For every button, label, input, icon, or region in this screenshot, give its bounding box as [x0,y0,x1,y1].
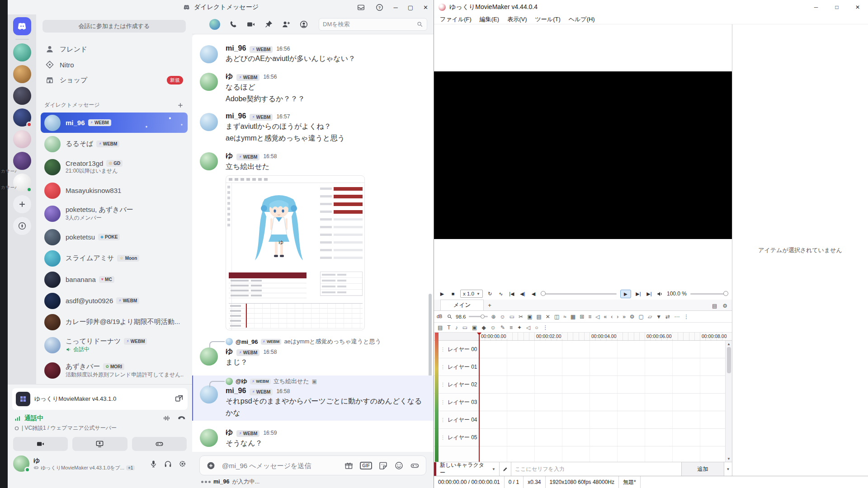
delete-icon[interactable]: ✕ [546,314,550,319]
soundboard-icon[interactable] [162,414,171,422]
message[interactable]: @mi_96⚡WEBMaeはymmと感覚めっちゃ違うと思うゆ⚡WEBM16:58… [192,338,434,368]
screenshare-button[interactable] [72,437,127,451]
user-name[interactable]: ゆ [33,457,40,464]
server-server-1[interactable] [13,43,31,61]
more-icon[interactable]: ⋯ [674,314,679,319]
dm-item[interactable]: poketetsu, あずきバー3人のメンバー [41,202,188,226]
attach-plus-icon[interactable] [206,461,216,470]
maximize-button[interactable]: ▢ [408,4,413,11]
dm-item[interactable]: bananana♥MC [41,269,188,290]
message-author[interactable]: ゆ [226,347,233,357]
frame-forward-icon[interactable]: › [617,314,618,319]
list-icon[interactable]: ≡ [588,314,591,319]
close-button[interactable]: ✕ [423,4,428,11]
scrollbar-thumb[interactable] [727,347,731,373]
split-icon[interactable]: ◫ [554,314,559,319]
layer-track[interactable] [479,446,732,462]
menu-tools[interactable]: ツール(T) [531,15,565,24]
menu-edit[interactable]: 編集(E) [476,15,503,24]
image-item-icon[interactable]: ▣ [472,325,477,330]
effect-item-icon[interactable]: ✦ [517,325,522,330]
volume-slider[interactable] [690,293,727,295]
layout-icon[interactable]: ▤ [712,303,717,309]
sidebar-item-friends[interactable]: フレンド [41,42,188,57]
message[interactable]: @ゆ⚡WEBM立ち絵出せた▣mi_96⚡WEBM16:58それpsdそのままやか… [192,375,434,421]
activities-button[interactable] [132,437,187,451]
cut-icon[interactable]: ✂ [519,314,523,319]
headphones-icon[interactable] [164,460,172,468]
message-avatar[interactable] [200,347,218,366]
mic-icon[interactable] [149,460,158,468]
message[interactable]: mi_96⚡WEBM16:56あどびのAEかaviutlが多いんじゃない？ [192,44,434,65]
folder-icon[interactable]: ▱ [648,314,652,319]
reply-context[interactable]: @mi_96⚡WEBMaeはymmと感覚めっちゃ違うと思う [226,338,425,346]
disconnect-call-icon[interactable] [177,414,186,422]
film-icon[interactable]: ▢ [639,314,644,319]
dm-search-input[interactable] [323,21,416,28]
message[interactable]: ゆ⚡WEBM16:56なるほどAdobe契約するか？？？ [192,72,434,105]
user-avatar[interactable] [13,455,29,472]
seek-end-icon[interactable]: » [623,314,626,319]
voice-channel-label[interactable]: | VC雑談1 / ウェブマニア公式サーバー [22,424,117,432]
seek-start-icon[interactable]: « [604,314,607,319]
drag-handle-icon[interactable]: ⋮ [440,364,445,370]
zoom-thumb[interactable] [481,314,485,319]
inbox-icon[interactable] [357,3,365,12]
paste-icon[interactable]: ▤ [536,314,541,319]
seek-end-button[interactable]: ▶| [646,291,653,297]
activity-open-icon[interactable] [174,394,184,404]
pin-icon[interactable] [264,20,273,29]
message-author[interactable]: mi_96 [226,112,246,120]
character-select[interactable]: 新しいキャラクター ▼ [436,462,500,476]
dm-item[interactable]: カレー卯丼@8/19より期限不明活動... [41,312,188,332]
dm-item[interactable]: あずきバー✿MORI活動頻度以外原則フレンド申請許可してません... [41,358,188,383]
audio-item-icon[interactable]: ◁ [526,325,530,330]
scroll-up-icon[interactable]: ▲ [727,341,731,347]
message-author[interactable]: ゆ [226,151,233,161]
dm-avatar-icon[interactable] [209,19,220,30]
message[interactable]: ゆ⚡WEBM16:58立ち絵出せたゆ [192,151,434,330]
timeline-scrollbar[interactable]: ▲ ▼ [725,341,732,462]
dm-item[interactable]: こってりドーナツ⚡WEBM会話中 [41,333,188,357]
message-input[interactable] [222,462,338,469]
add-server-button[interactable] [13,195,31,213]
menu-icon[interactable]: ⋮ [543,325,548,330]
menu-file[interactable]: ファイル(F) [436,15,476,24]
dm-item[interactable]: poketetsu◆POKE [41,227,188,247]
video-track-icon[interactable]: ▦ [571,314,576,319]
speaker-icon[interactable] [656,291,663,297]
sidebar-item-shop[interactable]: ショップ新規 [41,72,188,88]
layer-track[interactable] [479,411,732,428]
add-tab-button[interactable]: + [484,300,495,310]
join-create-button[interactable]: 会話に参加または作成する [42,20,186,33]
add-options-button[interactable]: ▼ [724,462,732,476]
voice-edit-button[interactable] [500,462,511,476]
apps-icon[interactable] [410,461,420,470]
video-preview[interactable] [434,71,732,239]
message-author[interactable]: mi_96 [226,44,246,52]
settings-gear-icon[interactable] [178,460,187,468]
message-avatar[interactable] [200,152,218,170]
layer-track[interactable] [479,429,732,446]
step-back-button[interactable]: ◀ [530,291,537,297]
timeline-settings-icon[interactable]: ⚙ [722,303,727,309]
layer-track[interactable] [479,376,732,393]
activity-card[interactable]: ゆっくりMovieMaker v4.43.1.0 [12,388,188,410]
message-author[interactable]: mi_96 [226,387,246,395]
dm-search-box[interactable] [319,18,427,31]
drag-handle-icon[interactable]: ⋮ [440,347,445,352]
items-icon[interactable]: ▤ [438,325,443,330]
text-box-icon[interactable]: ▭ [509,314,514,319]
server-server-4[interactable] [13,108,31,127]
camera-button[interactable] [13,437,68,451]
volume-thumb[interactable] [723,291,728,296]
drag-handle-icon[interactable]: ⋮ [440,435,445,441]
menu-help[interactable]: ヘルプ(H) [565,15,599,24]
emoji-icon[interactable] [394,461,404,470]
message-avatar[interactable] [200,45,218,63]
zoom-slider[interactable] [469,316,488,317]
message[interactable]: ゆ⚡WEBM16:59そうなん？ [192,428,434,449]
layer-track[interactable] [479,358,732,375]
explore-button[interactable] [13,217,31,235]
help-icon[interactable]: ? [375,3,384,12]
